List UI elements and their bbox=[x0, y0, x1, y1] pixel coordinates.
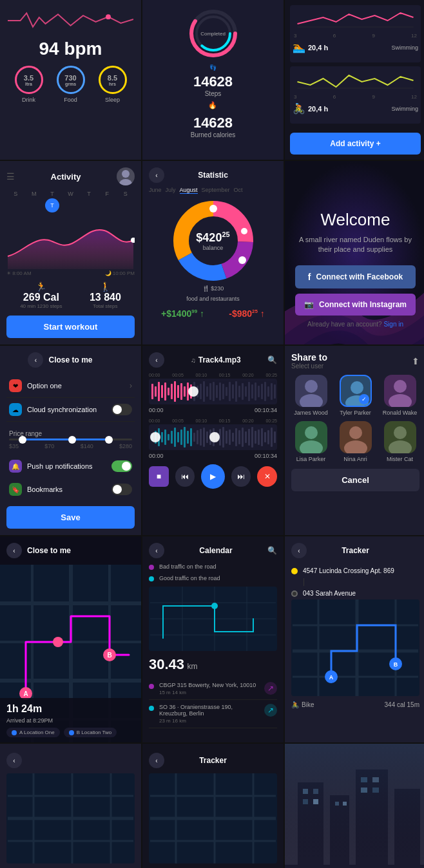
range-thumb-left[interactable] bbox=[19, 436, 26, 444]
svg-rect-93 bbox=[222, 427, 224, 448]
share-header-left: Share to Select user bbox=[291, 352, 327, 370]
range-thumb-mid[interactable] bbox=[68, 436, 76, 444]
bottom-center-card: ‹ Tracker bbox=[142, 744, 284, 868]
close-back-button[interactable]: ‹ bbox=[28, 352, 43, 368]
walk-icon: 🚶 bbox=[100, 281, 111, 292]
close-player-button[interactable]: ✕ bbox=[257, 466, 277, 487]
price-280: $280 bbox=[119, 443, 132, 449]
welcome-content: Welcome A small river named Duden flows … bbox=[295, 171, 416, 328]
drink-metric: 3.5 ltra Drink bbox=[15, 66, 43, 103]
cancel-button[interactable]: Cancel bbox=[291, 469, 419, 491]
svg-rect-41 bbox=[226, 387, 227, 396]
price-70: $70 bbox=[44, 443, 54, 449]
svg-rect-47 bbox=[245, 386, 247, 397]
audio-search-icon[interactable]: 🔍 bbox=[267, 355, 277, 364]
cal-value: 269 Cal bbox=[23, 292, 59, 303]
addr-1-text: 4547 Lucinda Crossing Apt. 869 bbox=[303, 567, 394, 574]
balance-value: $42025 bbox=[196, 231, 229, 245]
tracker-back-button[interactable]: ‹ bbox=[291, 543, 307, 558]
cloud-sync-toggle[interactable] bbox=[111, 404, 132, 415]
route-meta-1: 15 m 14 km bbox=[159, 690, 259, 695]
month-august[interactable]: August bbox=[180, 187, 198, 194]
location-a-label: A Location One bbox=[19, 730, 55, 735]
price-range-track[interactable] bbox=[9, 439, 132, 440]
svg-rect-102 bbox=[251, 427, 253, 448]
waveform-top[interactable] bbox=[149, 379, 277, 404]
stat-header: ‹ Statistic bbox=[149, 167, 277, 183]
stop-button[interactable]: ■ bbox=[149, 466, 169, 487]
share-to-card: Share to Select user ⬆ James Wood bbox=[285, 346, 424, 535]
svg-rect-54 bbox=[267, 386, 269, 397]
route-icon-1[interactable]: ↗ bbox=[264, 682, 277, 695]
sleep-label: Sleep bbox=[105, 97, 120, 103]
bottom-center-back[interactable]: ‹ bbox=[149, 753, 164, 768]
waveform-bottom[interactable] bbox=[149, 424, 277, 450]
prev-button[interactable]: ⏮ bbox=[175, 466, 195, 487]
cal-search-icon[interactable]: 🔍 bbox=[267, 546, 277, 555]
map-close-card: ‹ Close to me A B 1h 24 bbox=[0, 536, 141, 742]
share-upload-icon[interactable]: ⬆ bbox=[412, 356, 419, 366]
bottom-left-back[interactable]: ‹ bbox=[6, 753, 22, 768]
month-july[interactable]: July bbox=[166, 187, 176, 194]
svg-point-16 bbox=[238, 256, 246, 264]
mister-cat-name: Mister Cat bbox=[387, 456, 413, 462]
user-lisa-parker[interactable]: Lisa Parker bbox=[291, 421, 331, 462]
welcome-card: Welcome A small river named Duden flows … bbox=[285, 161, 424, 344]
bike-label: 🚴 Bike bbox=[291, 701, 314, 708]
start-workout-button[interactable]: Start workout bbox=[6, 316, 135, 338]
food-sub: food and restaurants bbox=[186, 296, 240, 302]
statistic-card: ‹ Statistic June July August September O… bbox=[142, 161, 284, 344]
add-activity-button[interactable]: Add activity + bbox=[290, 133, 421, 155]
svg-rect-74 bbox=[161, 432, 163, 442]
arrived-text: Arrived at 8:29PM bbox=[6, 717, 135, 724]
play-button[interactable]: ▶ bbox=[201, 464, 224, 489]
user-mister-cat[interactable]: Mister Cat bbox=[380, 421, 419, 462]
svg-rect-84 bbox=[193, 433, 195, 442]
option-one-row[interactable]: ❤ Option one › bbox=[6, 374, 135, 398]
svg-point-122 bbox=[394, 426, 407, 439]
svg-rect-63 bbox=[171, 384, 173, 399]
bookmarks-row: 🔖 Bookmarks bbox=[6, 478, 135, 501]
calories-item: 🏃 269 Cal 40 min 1230 steps bbox=[20, 281, 62, 309]
svg-rect-88 bbox=[206, 431, 208, 443]
tyler-parker-avatar: ✓ bbox=[340, 375, 372, 407]
save-button[interactable]: Save bbox=[6, 506, 135, 529]
signin-link[interactable]: Sign in bbox=[383, 321, 403, 328]
address-row-1: 4547 Lucinda Crossing Apt. 869 bbox=[291, 565, 419, 577]
food-ring: 730 grms bbox=[57, 66, 85, 94]
next-button[interactable]: ⏭ bbox=[231, 466, 251, 487]
price-range-label: Price range bbox=[9, 430, 42, 437]
cal-back-button[interactable]: ‹ bbox=[149, 543, 164, 558]
map-back-button[interactable]: ‹ bbox=[6, 543, 22, 558]
bookmarks-left: 🔖 Bookmarks bbox=[9, 483, 63, 496]
svg-rect-77 bbox=[171, 431, 173, 444]
user-james-wood[interactable]: James Wood bbox=[291, 375, 331, 416]
user-ronald-wake[interactable]: Ronald Wake bbox=[380, 375, 419, 416]
svg-point-113 bbox=[300, 394, 323, 407]
month-oct[interactable]: Oct bbox=[234, 187, 243, 194]
month-june[interactable]: June bbox=[149, 187, 162, 194]
bookmarks-toggle[interactable] bbox=[111, 484, 132, 495]
facebook-connect-button[interactable]: f Connect with Facebook bbox=[295, 265, 416, 288]
day-T1[interactable]: T T bbox=[45, 191, 59, 212]
price-35: $35 bbox=[9, 443, 19, 449]
stat-back-button[interactable]: ‹ bbox=[149, 167, 164, 183]
svg-rect-34 bbox=[203, 381, 205, 402]
route-icon-2[interactable]: ↗ bbox=[264, 704, 277, 717]
legend-bad-text: Bad traffic on the road bbox=[159, 563, 216, 570]
svg-point-117 bbox=[389, 394, 412, 407]
audio-back-button[interactable]: ‹ bbox=[149, 352, 164, 368]
svg-rect-50 bbox=[255, 382, 256, 401]
month-september[interactable]: September bbox=[202, 187, 230, 194]
close-header: ‹ Close to me bbox=[6, 352, 135, 368]
push-notif-toggle[interactable] bbox=[111, 460, 132, 472]
user-tyler-parker[interactable]: ✓ Tyler Parker bbox=[336, 375, 375, 416]
svg-rect-46 bbox=[242, 383, 244, 400]
range-thumb-right[interactable] bbox=[105, 436, 113, 444]
instagram-connect-button[interactable]: 📷 Connect with Instagram bbox=[295, 294, 416, 316]
hamburger-icon[interactable]: ☰ bbox=[6, 171, 15, 182]
svg-rect-94 bbox=[226, 431, 227, 444]
calendar-card: ‹ Calendar 🔍 Bad traffic on the road Goo… bbox=[142, 536, 284, 742]
user-nina-anri[interactable]: Nina Anri bbox=[336, 421, 375, 462]
svg-point-14 bbox=[209, 205, 217, 212]
